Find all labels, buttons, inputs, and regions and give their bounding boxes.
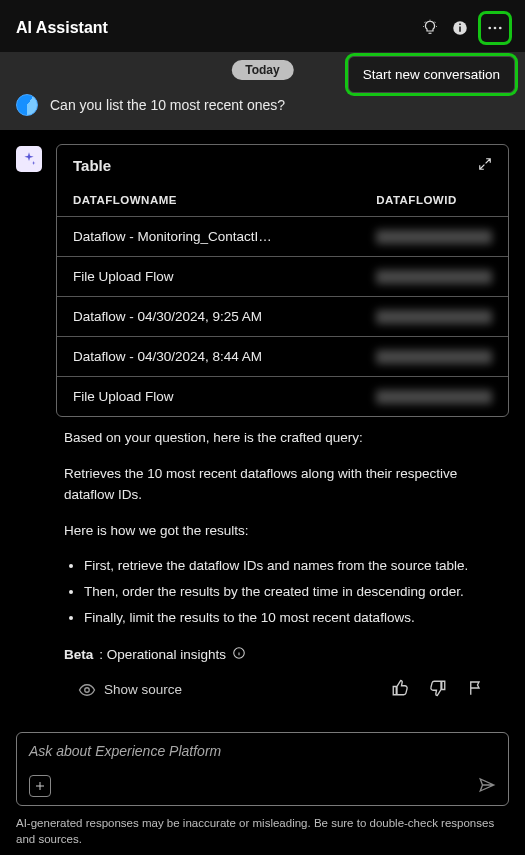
more-button[interactable] [481, 14, 509, 42]
table-row: Dataflow - Monitoring_ContactI… [57, 217, 508, 257]
result-table: DATAFLOWNAME DATAFLOWID Dataflow - Monit… [57, 184, 508, 416]
expand-icon[interactable] [478, 157, 492, 174]
show-source-label: Show source [104, 682, 182, 697]
date-separator: Today [231, 60, 293, 80]
list-item: Then, order the results by the created t… [84, 581, 501, 603]
info-outline-icon[interactable] [232, 646, 246, 663]
show-source-toggle[interactable]: Show source [78, 681, 182, 699]
table-cell-id [360, 297, 508, 337]
table-row: Dataflow - 04/30/2024, 8:44 AM [57, 337, 508, 377]
table-cell-id [360, 337, 508, 377]
table-column-name: DATAFLOWNAME [57, 184, 360, 217]
sparkle-icon [16, 146, 42, 172]
table-cell-name: File Upload Flow [57, 257, 360, 297]
svg-rect-1 [459, 27, 461, 32]
start-new-conversation-menuitem[interactable]: Start new conversation [348, 56, 515, 93]
svg-point-4 [494, 27, 497, 30]
explanation-intro: Based on your question, here is the craf… [64, 427, 501, 449]
lightbulb-icon[interactable] [421, 19, 439, 37]
header-icon-group [421, 14, 509, 42]
user-avatar [16, 94, 38, 116]
disclaimer-text: AI-generated responses may be inaccurate… [0, 816, 525, 855]
thumbs-up-icon[interactable] [391, 679, 409, 700]
table-cell-id [360, 377, 508, 417]
beta-label: Beta [64, 647, 93, 662]
app-header: AI Assistant [0, 0, 525, 52]
explanation-steps: First, retrieve the dataflow IDs and nam… [64, 555, 501, 628]
table-cell-name: Dataflow - Monitoring_ContactI… [57, 217, 360, 257]
table-row: Dataflow - 04/30/2024, 9:25 AM [57, 297, 508, 337]
eye-icon [78, 681, 96, 699]
response-actions-row: Show source [16, 673, 509, 718]
send-button[interactable] [478, 776, 496, 797]
svg-rect-2 [459, 24, 461, 26]
table-cell-id [360, 257, 508, 297]
beta-tag-row: Beta : Operational insights [16, 642, 509, 673]
info-icon[interactable] [451, 19, 469, 37]
table-cell-name: Dataflow - 04/30/2024, 9:25 AM [57, 297, 360, 337]
prompt-input[interactable]: Ask about Experience Platform [16, 732, 509, 806]
prompt-placeholder: Ask about Experience Platform [29, 743, 496, 759]
svg-point-5 [499, 27, 502, 30]
flag-icon[interactable] [467, 679, 485, 700]
table-cell-name: File Upload Flow [57, 377, 360, 417]
table-cell-name: Dataflow - 04/30/2024, 8:44 AM [57, 337, 360, 377]
result-table-card: Table DATAFLOWNAME DATAFLOWID Dataflo [56, 144, 509, 417]
table-row: File Upload Flow [57, 377, 508, 417]
beta-text: : Operational insights [99, 647, 226, 662]
table-title: Table [73, 157, 111, 174]
explanation-summary: Retrieves the 10 most recent dataflows a… [64, 463, 501, 506]
table-row: File Upload Flow [57, 257, 508, 297]
assistant-response: Table DATAFLOWNAME DATAFLOWID Dataflo [0, 130, 525, 726]
user-message-text: Can you list the 10 most recent ones? [50, 97, 285, 113]
explanation-how-label: Here is how we got the results: [64, 520, 501, 542]
table-column-id: DATAFLOWID [360, 184, 508, 217]
thumbs-down-icon[interactable] [429, 679, 447, 700]
svg-point-3 [488, 27, 491, 30]
app-title: AI Assistant [16, 19, 108, 37]
explanation-block: Based on your question, here is the craf… [16, 417, 509, 628]
user-message-row: Can you list the 10 most recent ones? [16, 94, 509, 116]
list-item: First, retrieve the dataflow IDs and nam… [84, 555, 501, 577]
list-item: Finally, limit the results to the 10 mos… [84, 607, 501, 629]
add-attachment-button[interactable] [29, 775, 51, 797]
table-cell-id [360, 217, 508, 257]
feedback-icons [391, 679, 485, 700]
svg-point-7 [85, 687, 90, 692]
